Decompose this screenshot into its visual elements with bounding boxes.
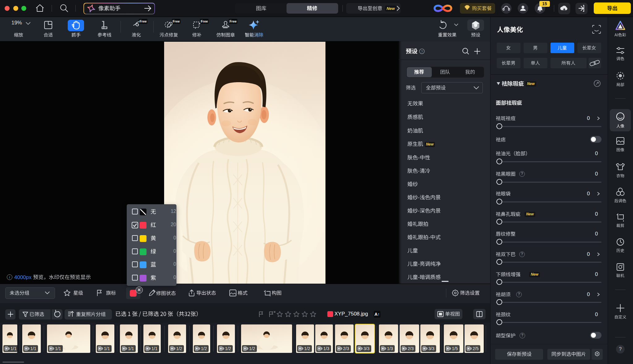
svg-text:?: ? [421, 50, 423, 53]
